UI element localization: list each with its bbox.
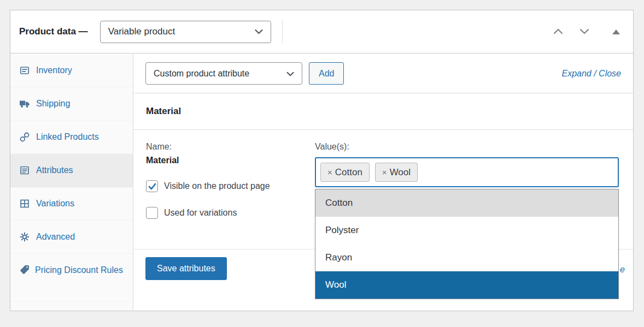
selected-tag-wool: × Wool	[375, 163, 418, 182]
shipping-icon	[19, 98, 30, 109]
attributes-panel: Custom product attribute Add Expand / Cl…	[133, 54, 633, 311]
sidebar-item-advanced[interactable]: Advanced	[10, 221, 133, 254]
tag-label: Cotton	[335, 167, 362, 178]
remove-tag-icon[interactable]: ×	[327, 168, 332, 177]
expand-close-link-partial[interactable]: e	[620, 265, 625, 275]
move-up-button[interactable]	[551, 26, 565, 38]
linked-products-icon	[19, 132, 30, 142]
header-divider	[282, 20, 283, 43]
check-icon	[148, 183, 156, 190]
product-type-value: Variable product	[108, 26, 175, 37]
sidebar-item-label: Attributes	[36, 165, 73, 175]
sidebar-item-label: Pricing Discount Rules	[35, 265, 123, 275]
move-down-button[interactable]	[577, 26, 592, 38]
triangle-up-icon	[612, 29, 620, 34]
used-for-variations-checkbox-label: Used for variations	[164, 208, 237, 218]
add-attribute-button[interactable]: Add	[309, 62, 344, 85]
product-type-select[interactable]: Variable product	[100, 21, 271, 43]
values-field: Value(s): × Cotton × Wool Cotton Po	[315, 142, 619, 299]
page-background: Product data — Variable product	[0, 0, 644, 327]
product-data-tabs: Inventory Shipping Linked Products	[10, 54, 133, 311]
metabox-header: Product data — Variable product	[10, 10, 633, 53]
product-data-metabox: Product data — Variable product	[10, 10, 634, 311]
sidebar-item-attributes[interactable]: Attributes	[10, 154, 133, 187]
inventory-icon	[19, 65, 30, 76]
selected-tag-cotton: × Cotton	[320, 163, 370, 182]
expand-close-link[interactable]: Expand / Close	[561, 69, 621, 79]
remove-tag-icon[interactable]: ×	[382, 168, 387, 177]
option-cotton[interactable]: Cotton	[315, 189, 618, 217]
attributes-icon	[19, 165, 30, 176]
sidebar-item-label: Inventory	[36, 66, 72, 75]
attribute-type-value: Custom product attribute	[154, 69, 249, 79]
panel-toggle-button[interactable]	[610, 27, 622, 37]
chevron-up-icon	[553, 28, 563, 36]
sidebar-item-pricing-discount-rules[interactable]: Pricing Discount Rules	[10, 254, 133, 302]
tag-label: Wool	[390, 167, 411, 178]
sidebar-item-inventory[interactable]: Inventory	[10, 54, 133, 87]
option-wool[interactable]: Wool	[315, 271, 618, 299]
visible-checkbox[interactable]	[146, 180, 158, 192]
chevron-down-icon	[286, 69, 294, 79]
sidebar-item-variations[interactable]: Variations	[10, 187, 133, 221]
values-dropdown: Cotton Polyster Rayon Wool	[315, 189, 619, 299]
variations-icon	[19, 198, 30, 209]
values-multiselect[interactable]: × Cotton × Wool	[315, 157, 619, 187]
chevron-down-icon	[255, 26, 263, 37]
visible-checkbox-label: Visible on the product page	[164, 181, 270, 191]
sidebar-item-label: Advanced	[36, 232, 75, 242]
sidebar-item-label: Linked Products	[36, 132, 99, 142]
advanced-icon	[19, 231, 30, 242]
sidebar-item-shipping[interactable]: Shipping	[10, 87, 133, 121]
sidebar-item-label: Variations	[36, 199, 74, 209]
option-rayon[interactable]: Rayon	[315, 244, 618, 271]
option-polyster[interactable]: Polyster	[315, 217, 618, 244]
chevron-down-icon	[579, 28, 589, 36]
attribute-title: Material	[146, 106, 181, 117]
metabox-controls	[551, 26, 622, 38]
metabox-body: Inventory Shipping Linked Products	[10, 54, 633, 311]
attributes-toolbar: Custom product attribute Add Expand / Cl…	[133, 54, 633, 93]
sidebar-item-label: Shipping	[36, 99, 70, 109]
pricing-tag-icon	[19, 264, 30, 275]
save-attributes-button[interactable]: Save attributes	[145, 257, 227, 280]
used-for-variations-checkbox[interactable]	[146, 207, 158, 219]
attribute-type-select[interactable]: Custom product attribute	[145, 62, 302, 85]
metabox-title: Product data —	[19, 26, 88, 37]
values-label: Value(s):	[315, 142, 619, 152]
attribute-header[interactable]: Material	[133, 93, 633, 130]
sidebar-item-linked-products[interactable]: Linked Products	[10, 121, 133, 154]
